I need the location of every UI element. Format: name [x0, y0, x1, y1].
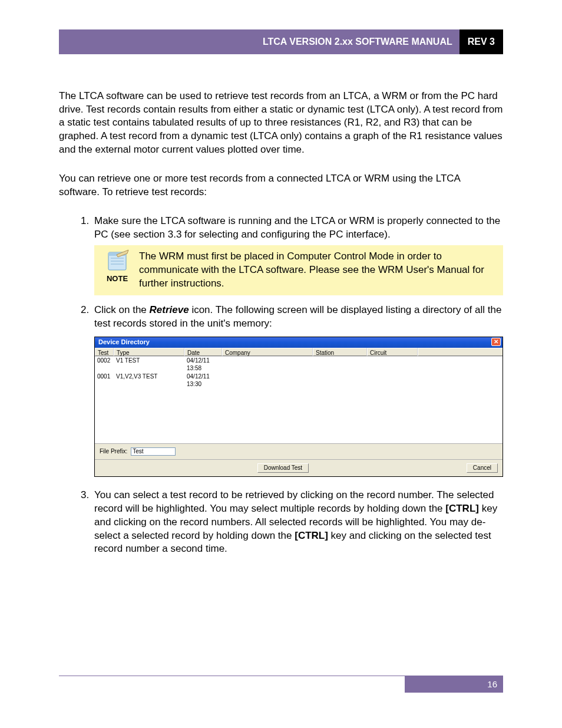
header-rev: REV 3 — [459, 29, 503, 54]
page-footer: 16 — [59, 676, 503, 693]
cell-type: V1,V2,V3 TEST — [114, 373, 184, 388]
col-header-date[interactable]: Date — [184, 348, 222, 356]
step-2: Click on the Retrieve icon. The followin… — [92, 304, 503, 477]
download-test-button[interactable]: Download Test — [257, 463, 309, 473]
cell-date: 04/12/11 13:30 — [184, 373, 222, 388]
cell-test: 0002 — [95, 357, 114, 373]
col-header-test[interactable]: Test — [95, 348, 114, 356]
col-header-company[interactable]: Company — [222, 348, 313, 356]
step-2-retrieve: Retrieve — [150, 304, 189, 315]
notepad-icon — [104, 249, 131, 272]
file-prefix-input[interactable] — [131, 447, 176, 456]
step-1: Make sure the LTCA software is running a… — [92, 215, 503, 295]
intro-paragraph-2: You can retrieve one or more test record… — [59, 172, 503, 199]
dialog-title: Device Directory — [98, 338, 150, 347]
cell-type: V1 TEST — [114, 357, 184, 373]
note-label: NOTE — [98, 274, 137, 284]
step-1-text: Make sure the LTCA software is running a… — [94, 215, 500, 240]
list-row[interactable]: 0001 V1,V2,V3 TEST 04/12/11 13:30 — [95, 373, 503, 388]
step-3-text-a: You can select a test record to be retri… — [94, 489, 494, 514]
page-header: LTCA VERSION 2.xx SOFTWARE MANUAL REV 3 — [59, 29, 503, 54]
dialog-titlebar: Device Directory ✕ — [95, 337, 503, 348]
file-prefix-row: File Prefix: — [95, 443, 503, 459]
intro-paragraph-1: The LTCA software can be used to retriev… — [59, 90, 503, 157]
step-3-ctrl-1: [CTRL] — [445, 503, 479, 514]
step-3-ctrl-2: [CTRL] — [295, 530, 328, 541]
col-header-rest — [418, 348, 503, 356]
list-row[interactable]: 0002 V1 TEST 04/12/11 13:58 — [95, 357, 503, 373]
col-header-circuit[interactable]: Circuit — [367, 348, 418, 356]
step-2-text-a: Click on the — [94, 304, 150, 315]
device-directory-dialog: Device Directory ✕ Test Type Date Compan… — [94, 337, 503, 477]
cancel-button[interactable]: Cancel — [467, 463, 498, 473]
step-3: You can select a test record to be retri… — [92, 489, 503, 556]
list-header-row: Test Type Date Company Station Circuit — [95, 348, 503, 357]
page-number: 16 — [405, 676, 503, 693]
close-icon[interactable]: ✕ — [491, 338, 501, 346]
col-header-type[interactable]: Type — [114, 348, 184, 356]
header-title: LTCA VERSION 2.xx SOFTWARE MANUAL — [59, 29, 459, 54]
file-prefix-label: File Prefix: — [100, 447, 127, 456]
cell-test: 0001 — [95, 373, 114, 388]
note-box: NOTE The WRM must first be placed in Com… — [94, 245, 503, 295]
cell-date: 04/12/11 13:58 — [184, 357, 222, 373]
note-text: The WRM must first be placed in Computer… — [137, 249, 500, 292]
record-list[interactable]: Test Type Date Company Station Circuit 0… — [95, 348, 503, 443]
col-header-station[interactable]: Station — [313, 348, 367, 356]
